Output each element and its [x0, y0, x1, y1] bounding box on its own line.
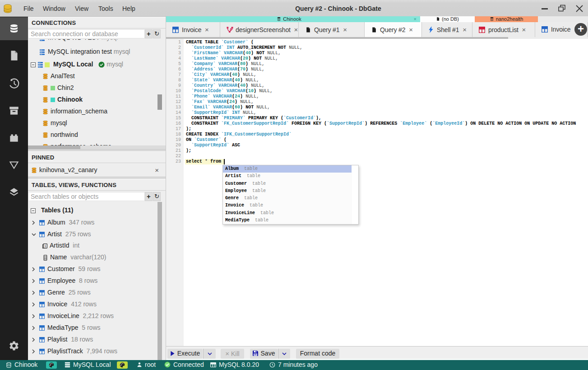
svg-text:1: 1 — [44, 244, 46, 248]
